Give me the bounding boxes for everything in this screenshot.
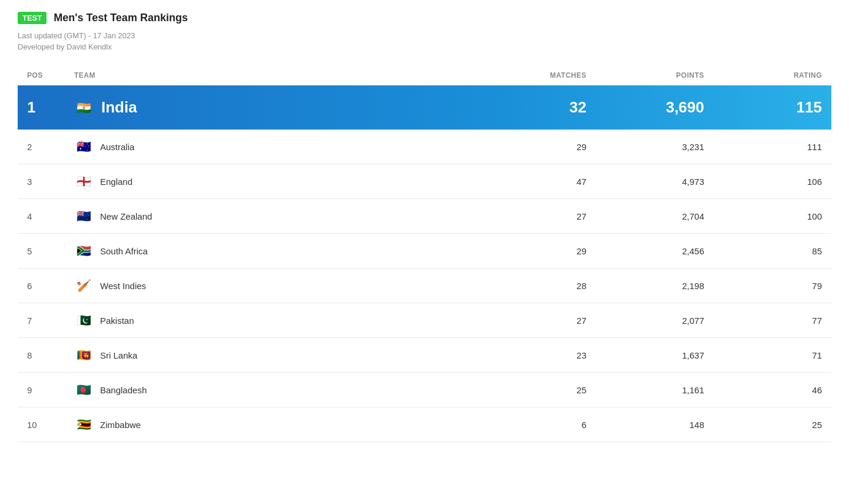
rank-cell: 5	[18, 234, 65, 268]
matches-cell: 27	[478, 199, 596, 234]
flag-icon: 🇱🇰	[74, 349, 93, 362]
team-name: New Zealand	[100, 211, 152, 221]
points-cell: 148	[596, 407, 714, 442]
flag-icon: 🇿🇦	[74, 244, 93, 257]
table-row: 5 🇿🇦 South Africa 29 2,456 85	[18, 234, 831, 268]
team-name: Bangladesh	[100, 385, 147, 395]
team-cell: 🇳🇿 New Zealand	[65, 199, 478, 234]
points-cell: 4,973	[596, 164, 714, 199]
rank-cell: 10	[18, 407, 65, 442]
matches-cell: 25	[478, 373, 596, 407]
developed-by: Developed by David Kendlx	[18, 42, 831, 51]
rank-cell: 4	[18, 199, 65, 234]
col-header-points: POINTS	[596, 65, 714, 85]
rank-cell: 2	[18, 130, 65, 164]
last-updated: Last updated (GMT) - 17 Jan 2023	[18, 31, 831, 40]
table-row: 8 🇱🇰 Sri Lanka 23 1,637 71	[18, 338, 831, 373]
points-cell: 1,161	[596, 373, 714, 407]
table-row: 7 🇵🇰 Pakistan 27 2,077 77	[18, 303, 831, 338]
team-cell: 🇵🇰 Pakistan	[65, 303, 478, 338]
team-cell: 🇿🇼 Zimbabwe	[65, 407, 478, 442]
team-name: India	[101, 98, 137, 117]
matches-cell: 23	[478, 338, 596, 373]
rating-cell: 25	[714, 407, 831, 442]
points-cell: 2,456	[596, 234, 714, 268]
matches-cell: 29	[478, 234, 596, 268]
matches-cell: 27	[478, 303, 596, 338]
points-cell: 1,637	[596, 338, 714, 373]
rating-cell: 111	[714, 130, 831, 164]
col-header-team: TEAM	[65, 65, 478, 85]
points-cell: 3,690	[596, 85, 714, 130]
table-row: 10 🇿🇼 Zimbabwe 6 148 25	[18, 407, 831, 442]
rank-cell: 8	[18, 338, 65, 373]
team-cell: 🏴󠁧󠁢󠁥󠁮󠁧󠁿 England	[65, 164, 478, 199]
team-cell: 🇮🇳 India	[65, 85, 478, 130]
table-row: 1 🇮🇳 India 32 3,690 115	[18, 85, 831, 130]
rating-cell: 115	[714, 85, 831, 130]
rating-cell: 85	[714, 234, 831, 268]
points-cell: 3,231	[596, 130, 714, 164]
rankings-table: POS TEAM MATCHES POINTS RATING 1 🇮🇳 Indi…	[18, 65, 831, 442]
table-row: 2 🇦🇺 Australia 29 3,231 111	[18, 130, 831, 164]
rank-cell: 7	[18, 303, 65, 338]
team-name: Sri Lanka	[100, 350, 137, 360]
col-header-pos: POS	[18, 65, 65, 85]
rating-cell: 100	[714, 199, 831, 234]
team-cell: 🇧🇩 Bangladesh	[65, 373, 478, 407]
flag-icon: 🏴󠁧󠁢󠁥󠁮󠁧󠁿	[74, 175, 93, 188]
team-name: South Africa	[100, 246, 148, 256]
col-header-rating: RATING	[714, 65, 831, 85]
points-cell: 2,198	[596, 268, 714, 303]
flag-icon: 🇧🇩	[74, 383, 93, 396]
page-header: TEST Men's Test Team Rankings	[18, 12, 831, 24]
rank-cell: 9	[18, 373, 65, 407]
table-row: 3 🏴󠁧󠁢󠁥󠁮󠁧󠁿 England 47 4,973 106	[18, 164, 831, 199]
points-cell: 2,704	[596, 199, 714, 234]
matches-cell: 47	[478, 164, 596, 199]
flag-icon: 🏏	[74, 279, 93, 292]
team-cell: 🇿🇦 South Africa	[65, 234, 478, 268]
flag-icon: 🇿🇼	[74, 418, 93, 431]
rating-cell: 106	[714, 164, 831, 199]
team-cell: 🇱🇰 Sri Lanka	[65, 338, 478, 373]
rating-cell: 77	[714, 303, 831, 338]
rating-cell: 46	[714, 373, 831, 407]
matches-cell: 28	[478, 268, 596, 303]
team-name: West Indies	[100, 281, 146, 291]
table-row: 4 🇳🇿 New Zealand 27 2,704 100	[18, 199, 831, 234]
table-row: 9 🇧🇩 Bangladesh 25 1,161 46	[18, 373, 831, 407]
table-header-row: POS TEAM MATCHES POINTS RATING	[18, 65, 831, 85]
col-header-matches: MATCHES	[478, 65, 596, 85]
flag-icon: 🇵🇰	[74, 314, 93, 327]
team-cell: 🏏 West Indies	[65, 268, 478, 303]
flag-icon: 🇳🇿	[74, 210, 93, 223]
flag-icon: 🇦🇺	[74, 140, 93, 153]
matches-cell: 32	[478, 85, 596, 130]
rank-cell: 1	[18, 85, 65, 130]
team-name: England	[100, 177, 132, 187]
rating-cell: 71	[714, 338, 831, 373]
points-cell: 2,077	[596, 303, 714, 338]
flag-icon: 🇮🇳	[74, 101, 93, 114]
format-badge: TEST	[18, 12, 47, 24]
table-row: 6 🏏 West Indies 28 2,198 79	[18, 268, 831, 303]
page-title: Men's Test Team Rankings	[54, 12, 188, 24]
team-name: Australia	[100, 142, 134, 152]
team-cell: 🇦🇺 Australia	[65, 130, 478, 164]
team-name: Zimbabwe	[100, 420, 141, 430]
team-name: Pakistan	[100, 316, 134, 326]
rank-cell: 3	[18, 164, 65, 199]
matches-cell: 29	[478, 130, 596, 164]
rating-cell: 79	[714, 268, 831, 303]
rank-cell: 6	[18, 268, 65, 303]
matches-cell: 6	[478, 407, 596, 442]
